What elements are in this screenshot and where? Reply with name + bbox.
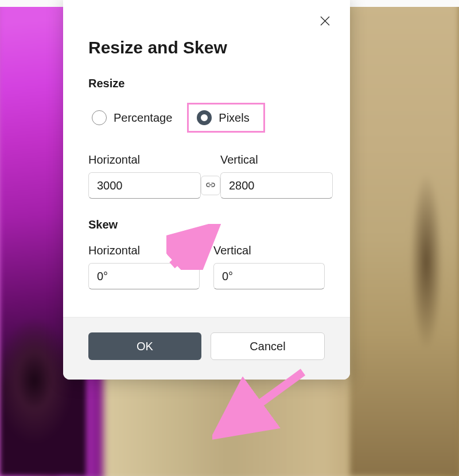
- radio-percentage-label: Percentage: [114, 111, 172, 125]
- aspect-ratio-link-button[interactable]: [201, 176, 220, 195]
- skew-vertical-label: Vertical: [213, 244, 325, 257]
- resize-vertical-input[interactable]: [220, 172, 333, 199]
- skew-section-label: Skew: [88, 218, 325, 231]
- ok-button[interactable]: OK: [88, 332, 201, 360]
- radio-percentage[interactable]: Percentage: [88, 106, 176, 130]
- cancel-button[interactable]: Cancel: [211, 332, 325, 360]
- radio-circle-selected-icon: [197, 110, 212, 125]
- resize-horizontal-label: Horizontal: [88, 153, 201, 167]
- dialog-title: Resize and Skew: [88, 38, 325, 57]
- close-button[interactable]: [314, 10, 335, 31]
- radio-circle-icon: [92, 110, 107, 125]
- resize-skew-dialog: Resize and Skew Resize Percentage Pixels…: [63, 0, 350, 380]
- resize-unit-radio-group: Percentage Pixels: [88, 103, 325, 133]
- resize-section-label: Resize: [88, 77, 325, 90]
- skew-fields-row: Horizontal Vertical: [88, 244, 325, 289]
- close-icon: [320, 11, 330, 29]
- skew-vertical-input[interactable]: [213, 263, 325, 289]
- link-icon: [205, 181, 216, 191]
- radio-pixels-label: Pixels: [219, 111, 249, 125]
- resize-fields-row: Horizontal Vertical: [88, 153, 325, 199]
- resize-vertical-label: Vertical: [220, 153, 333, 167]
- background-surface-right: [350, 0, 459, 476]
- dialog-footer: OK Cancel: [63, 317, 350, 380]
- skew-horizontal-input[interactable]: [88, 263, 200, 289]
- resize-horizontal-input[interactable]: [88, 172, 201, 199]
- radio-pixels[interactable]: Pixels: [187, 103, 264, 133]
- skew-horizontal-label: Horizontal: [88, 244, 200, 257]
